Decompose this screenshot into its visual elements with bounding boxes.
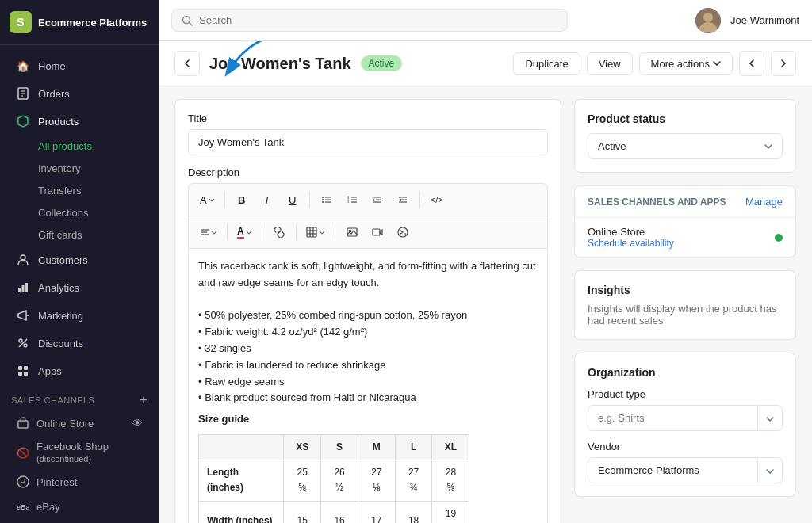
length-l: 27 ¾ [395, 460, 432, 501]
product-status-title: Product status [588, 113, 783, 125]
avatar[interactable] [695, 8, 721, 33]
text-color-dropdown[interactable]: A [232, 221, 257, 243]
sidebar-channel-amazon[interactable]: amzn Amazon [5, 519, 154, 523]
svg-rect-15 [24, 372, 28, 376]
length-s: 26 ½ [321, 460, 358, 501]
vendor-dropdown-btn[interactable] [758, 457, 783, 483]
numbered-list-button[interactable]: 123 [340, 189, 364, 211]
italic-button[interactable]: I [255, 189, 279, 211]
svg-rect-56 [373, 229, 380, 235]
outdent-button[interactable] [391, 189, 415, 211]
svg-rect-12 [18, 366, 22, 370]
previous-product-button[interactable] [739, 51, 764, 76]
svg-rect-6 [22, 285, 25, 292]
product-details-card: Title Description A [174, 99, 561, 523]
length-m: 27 ⅛ [358, 460, 395, 501]
align-icon [200, 227, 209, 237]
manage-link[interactable]: Manage [745, 196, 783, 208]
sidebar-item-marketing[interactable]: Marketing [5, 302, 154, 329]
product-type-field: Product type [588, 388, 783, 431]
code-button[interactable]: </> [425, 189, 449, 211]
description-label: Description [188, 166, 548, 178]
underline-button[interactable]: U [281, 189, 304, 211]
back-button[interactable] [174, 51, 200, 76]
vendor-chevron-icon [766, 469, 774, 474]
sidebar-logo[interactable]: S Ecommerce Platforms [0, 0, 159, 45]
topbar-username: Joe Warnimont [730, 14, 799, 26]
sidebar-sub-transfers[interactable]: Transfers [5, 180, 154, 201]
sidebar-channel-online-store[interactable]: Online Store 👁 [5, 411, 154, 435]
svg-point-26 [703, 13, 713, 22]
sidebar-channel-pinterest[interactable]: P Pinterest [5, 470, 154, 494]
ebay-icon: eBay [16, 499, 30, 513]
svg-point-4 [21, 255, 25, 260]
table-dropdown[interactable] [301, 221, 330, 243]
sidebar-sub-collections[interactable]: Collections [5, 202, 154, 223]
search-input[interactable] [199, 14, 557, 26]
description-specs: • 50% polyester, 25% combed ring-spun co… [198, 307, 538, 407]
search-icon [182, 15, 193, 26]
previous-icon [749, 59, 755, 68]
sidebar-item-marketing-label: Marketing [38, 310, 83, 322]
sidebar-item-orders[interactable]: Orders [5, 80, 154, 107]
next-product-button[interactable] [771, 51, 796, 76]
toolbar-divider-4 [227, 224, 228, 240]
width-m: 17 [358, 501, 395, 523]
sidebar-item-apps[interactable]: Apps [5, 357, 154, 384]
align-dropdown[interactable] [195, 221, 222, 243]
text-format-dropdown[interactable]: A [195, 189, 220, 211]
more-actions-button[interactable]: More actions [639, 52, 733, 75]
status-select[interactable]: Active Draft Archived [588, 133, 783, 159]
bold-button[interactable]: B [230, 189, 254, 211]
sidebar-item-customers-label: Customers [38, 254, 88, 266]
add-sales-channel-btn[interactable]: + [140, 393, 147, 407]
product-type-dropdown-btn[interactable] [758, 405, 783, 431]
sidebar-channel-facebook-shop[interactable]: 🚫 Facebook Shop (discontinued) [5, 436, 154, 469]
title-input[interactable] [188, 129, 548, 155]
organization-title: Organization [588, 366, 783, 379]
sidebar-item-discounts[interactable]: Discounts [5, 330, 154, 357]
duplicate-button[interactable]: Duplicate [513, 52, 580, 75]
customers-icon [16, 253, 30, 267]
sidebar-item-analytics[interactable]: Analytics [5, 274, 154, 301]
editor-toolbar-row1: A B I U [188, 183, 548, 216]
width-xl: 19 ½ [432, 501, 469, 523]
user-avatar-img [695, 8, 721, 33]
image-button[interactable] [340, 221, 364, 243]
bullet-list-button[interactable] [315, 189, 339, 211]
toolbar-row-2: A [195, 221, 415, 243]
vendor-input[interactable] [588, 457, 758, 483]
description-editor[interactable]: This racerback tank is soft, lightweight… [188, 248, 548, 523]
sidebar-sub-all-products[interactable]: All products [5, 136, 154, 157]
online-store-eye-icon[interactable]: 👁 [132, 417, 143, 429]
table-icon [306, 227, 317, 238]
sidebar-item-customers[interactable]: Customers [5, 246, 154, 273]
sidebar-sub-gift-cards[interactable]: Gift cards [5, 224, 154, 246]
embed-button[interactable] [391, 221, 415, 243]
outdent-icon [397, 194, 408, 205]
view-button[interactable]: View [587, 52, 633, 75]
width-s: 16 [321, 501, 358, 523]
sidebar-item-products[interactable]: Products [5, 108, 154, 135]
page-title: Joy Women's Tank [209, 55, 351, 73]
online-store-name: Online Store [588, 226, 674, 238]
sidebar-sub-inventory[interactable]: Inventory [5, 158, 154, 179]
link-button[interactable] [267, 221, 291, 243]
sidebar-channel-ebay[interactable]: eBay eBay [5, 494, 154, 518]
svg-point-9 [19, 339, 22, 342]
indent-button[interactable] [366, 189, 389, 211]
col-header-l: L [395, 434, 432, 460]
search-bar[interactable] [171, 9, 568, 32]
video-button[interactable] [366, 221, 389, 243]
product-type-input[interactable] [588, 405, 758, 431]
product-details-body: Title Description A [175, 100, 561, 523]
products-submenu: All products Inventory Transfers Collect… [0, 136, 159, 246]
embed-icon [397, 227, 408, 238]
svg-rect-14 [18, 372, 22, 376]
sidebar-item-home[interactable]: 🏠 Home [5, 52, 154, 79]
product-status-card: Product status Active Draft Archived [574, 99, 796, 173]
analytics-icon [16, 281, 30, 295]
svg-text:eBay: eBay [17, 503, 29, 511]
ebay-label: eBay [36, 501, 60, 513]
schedule-availability-link[interactable]: Schedule availability [588, 238, 674, 249]
